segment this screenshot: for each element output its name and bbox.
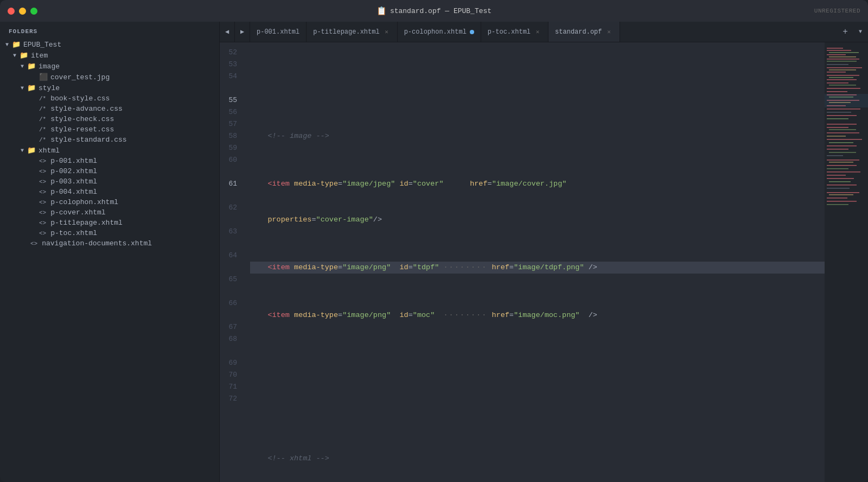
line-67: 67 (220, 321, 241, 333)
tree-label: xhtml (39, 147, 60, 155)
svg-rect-54 (827, 204, 848, 205)
tree-item-ptoc[interactable]: <> p-toc.xhtml (0, 228, 219, 238)
svg-rect-51 (829, 194, 853, 195)
tree-item-p003[interactable]: <> p-003.xhtml (0, 176, 219, 187)
tree-item-cover-jpg[interactable]: ⬛ cover_test.jpg (0, 72, 219, 83)
code-content[interactable]: <!-- image --> <item media-type="image/j… (245, 42, 825, 482)
line-58: 58 (220, 130, 241, 142)
tab-close-icon[interactable]: ✕ (605, 28, 613, 36)
line-52: 52 (220, 47, 241, 59)
code-line-54b: properties="cover-image"/> (250, 214, 825, 226)
tab-close-icon[interactable]: ✕ (383, 28, 391, 36)
svg-rect-15 (827, 83, 848, 84)
svg-rect-42 (827, 165, 857, 166)
line-numbers: 52 53 54 55 56 57 58 59 60 61 62 63 64 (220, 42, 245, 482)
tab-label: p-titlepage.xhtml (313, 28, 379, 36)
tab-ptitlepage[interactable]: p-titlepage.xhtml ✕ (307, 22, 397, 42)
arrow-icon: ▼ (18, 148, 26, 154)
svg-rect-38 (829, 152, 856, 153)
tab-nav-prev[interactable]: ◀ (220, 22, 235, 42)
minimize-button[interactable] (19, 8, 26, 15)
svg-rect-24 (827, 109, 860, 110)
tree-item-book-style[interactable]: /* book-style.css (0, 93, 219, 104)
xhtml-icon: <> (39, 189, 46, 195)
svg-rect-30 (827, 127, 848, 128)
line-65: 65 (220, 274, 241, 286)
tree-item-style-advance[interactable]: /* style-advance.css (0, 104, 219, 114)
tab-standard-opf[interactable]: standard.opf ✕ (548, 22, 620, 42)
line-63b (220, 238, 241, 250)
close-button[interactable] (8, 8, 15, 15)
maximize-button[interactable] (30, 8, 37, 15)
tree-item-xhtml[interactable]: ▼ 📁 xhtml (0, 145, 219, 156)
tree-item-epub-test[interactable]: ▼ 📁 EPUB_Test (0, 39, 219, 50)
tree-label: p-004.xhtml (50, 188, 97, 196)
xhtml-icon: <> (39, 210, 46, 216)
tree-item-pcolophon[interactable]: <> p-colophon.xhtml (0, 197, 219, 207)
tab-add-button[interactable]: + (838, 22, 853, 42)
svg-rect-37 (827, 149, 848, 150)
tree-item-pcover[interactable]: <> p-cover.xhtml (0, 207, 219, 218)
css-icon: /* (39, 126, 46, 133)
svg-rect-16 (829, 85, 856, 86)
tab-nav-next[interactable]: ▶ (235, 22, 250, 42)
svg-rect-5 (829, 56, 856, 58)
xhtml-icon: <> (39, 220, 46, 226)
tree-label: p-001.xhtml (50, 157, 97, 165)
tree-item-p001[interactable]: <> p-001.xhtml (0, 156, 219, 166)
image-icon: ⬛ (39, 73, 48, 81)
code-line-56: <item media-type="image/png" id="moc" ··… (250, 309, 825, 321)
tree-item-style-standard[interactable]: /* style-standard.css (0, 135, 219, 145)
svg-rect-43 (827, 168, 848, 169)
folder-icon: 📁 (20, 51, 28, 60)
svg-rect-44 (827, 172, 860, 173)
tab-p001[interactable]: p-001.xhtml (250, 22, 307, 42)
line-69: 69 (220, 357, 241, 369)
svg-rect-13 (829, 77, 853, 78)
tree-item-style-reset[interactable]: /* style-reset.css (0, 124, 219, 135)
minimap-svg (825, 42, 868, 482)
tree-label: book-style.css (50, 94, 110, 103)
svg-rect-41 (829, 162, 853, 163)
titlebar: 📋 standard.opf — EPUB_Test UNREGISTERED (0, 0, 868, 22)
tree-item-ptitlepage[interactable]: <> p-titlepage.xhtml (0, 218, 219, 228)
css-icon: /* (39, 116, 46, 123)
svg-rect-46 (827, 178, 854, 179)
tree-label: p-cover.xhtml (50, 208, 105, 217)
svg-rect-27 (827, 118, 848, 119)
tree-item-nav-doc[interactable]: <> navigation-documents.xhtml (0, 238, 219, 249)
tab-pcolophon[interactable]: p-colophon.xhtml (398, 22, 481, 42)
svg-rect-34 (827, 139, 862, 140)
svg-rect-36 (827, 145, 857, 147)
tree-item-style-check[interactable]: /* style-check.css (0, 114, 219, 124)
line-54b (220, 83, 241, 94)
tree-item-image[interactable]: ▼ 📁 image (0, 61, 219, 72)
tree-item-p004[interactable]: <> p-004.xhtml (0, 187, 219, 197)
svg-rect-9 (827, 67, 862, 68)
code-editor[interactable]: 52 53 54 55 56 57 58 59 60 61 62 63 64 (220, 42, 868, 482)
tree-item-item[interactable]: ▼ 📁 item (0, 50, 219, 61)
code-line-59: <!-- xhtml --> (250, 453, 825, 465)
svg-rect-48 (827, 185, 857, 186)
svg-rect-47 (829, 181, 851, 182)
svg-rect-32 (827, 132, 859, 134)
modified-dot (470, 30, 474, 34)
tree-item-p002[interactable]: <> p-002.xhtml (0, 166, 219, 176)
tree-label: style (39, 84, 60, 92)
line-57: 57 (220, 118, 241, 130)
tab-dropdown-button[interactable]: ▼ (853, 22, 868, 42)
tree-label: style-standard.css (50, 136, 126, 144)
tab-close-icon[interactable]: ✕ (534, 28, 541, 36)
tree-label: p-toc.xhtml (50, 229, 97, 237)
tab-label: p-toc.xhtml (488, 28, 531, 36)
line-61b (220, 190, 241, 202)
main-layout: FOLDERS ▼ 📁 EPUB_Test ▼ 📁 item ▼ 📁 image… (0, 22, 868, 482)
line-64: 64 (220, 250, 241, 262)
tree-item-style[interactable]: ▼ 📁 style (0, 83, 219, 93)
window-controls[interactable] (8, 8, 37, 15)
line-59: 59 (220, 142, 241, 154)
tab-ptoc[interactable]: p-toc.xhtml ✕ (481, 22, 548, 42)
tree-label: EPUB_Test (23, 41, 61, 49)
svg-rect-11 (827, 72, 846, 73)
svg-rect-12 (827, 75, 859, 76)
